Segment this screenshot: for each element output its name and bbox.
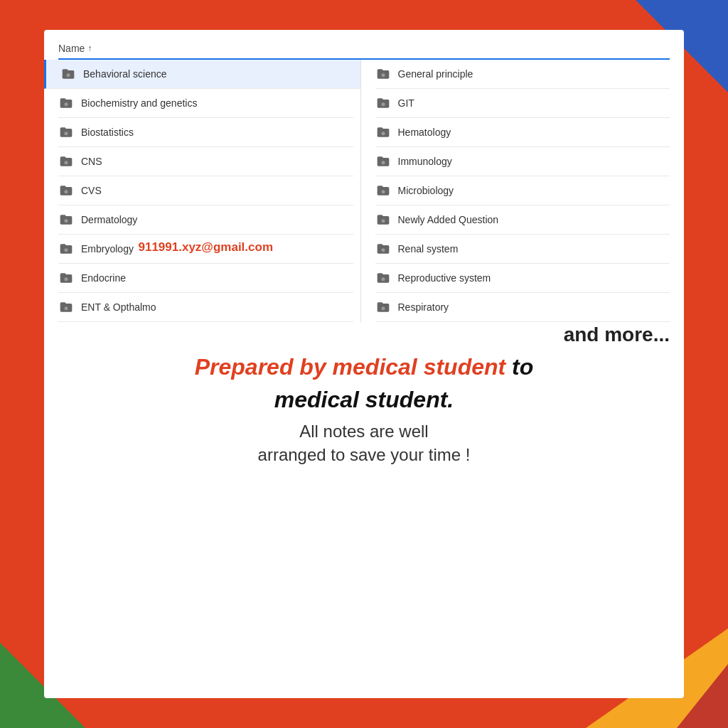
item-label: ENT & Opthalmo — [81, 301, 156, 313]
folder-icon — [58, 212, 74, 228]
list-item[interactable]: Newly Added Question — [375, 205, 670, 235]
item-label: CVS — [81, 185, 102, 196]
item-label: GIT — [398, 97, 414, 109]
folder-icon — [375, 95, 391, 111]
item-label: Behavioral science — [83, 68, 167, 80]
list-item[interactable]: General principle — [375, 60, 670, 89]
item-label: CNS — [81, 156, 102, 167]
list-item[interactable]: CNS — [58, 147, 353, 176]
list-item[interactable]: Endocrine — [58, 264, 353, 293]
email-label: 911991.xyz@gmail.com — [138, 240, 273, 255]
prepared-line: Prepared by medical student to — [65, 353, 663, 380]
bottom-text-area: Prepared by medical student to medical s… — [44, 346, 684, 481]
prepared-line2-text: medical student. — [274, 387, 454, 412]
item-label: Newly Added Question — [398, 214, 499, 225]
folder-icon — [375, 270, 391, 286]
list-item[interactable]: Biochemistry and genetics — [58, 89, 353, 118]
svg-point-9 — [381, 73, 385, 77]
folder-icon — [375, 299, 391, 315]
name-label: Name — [58, 43, 85, 54]
svg-point-8 — [65, 306, 68, 310]
table-header: Name ↑ — [58, 37, 670, 60]
folder-icon — [375, 66, 391, 82]
svg-point-13 — [381, 190, 385, 193]
and-more-text: and more... — [44, 323, 684, 346]
list-item[interactable]: Immunology — [375, 147, 670, 176]
item-label: Respiratory — [398, 301, 449, 313]
svg-point-0 — [67, 73, 70, 77]
list-item[interactable]: Dermatology — [58, 205, 353, 235]
list-item[interactable]: ENT & Opthalmo — [58, 293, 353, 322]
list-item[interactable]: Renal system — [375, 235, 670, 264]
folder-icon — [58, 154, 74, 169]
notes-line2-text: arranged to save your time ! — [258, 445, 471, 464]
folder-icon — [375, 183, 391, 198]
list-item[interactable]: GIT — [375, 89, 670, 118]
item-label: Biostatistics — [81, 127, 134, 138]
folder-icon — [375, 212, 391, 228]
left-column: Behavioral science Biochemistry and gene… — [58, 60, 361, 322]
sort-arrow-icon[interactable]: ↑ — [87, 43, 92, 53]
folder-icon — [60, 66, 76, 82]
svg-point-11 — [381, 132, 385, 135]
list-item[interactable]: Embryology 911991.xyz@gmail.com — [58, 235, 353, 264]
main-card: Name ↑ Behavioral science Biochemistry — [44, 30, 684, 698]
svg-point-16 — [381, 277, 385, 281]
list-columns: Behavioral science Biochemistry and gene… — [58, 60, 670, 322]
prepared-to-text: to — [512, 354, 533, 380]
prepared-line2: medical student. — [65, 386, 663, 413]
list-item[interactable]: Respiratory — [375, 293, 670, 322]
folder-icon — [58, 95, 74, 111]
svg-point-4 — [65, 190, 68, 193]
notes-line: All notes are well arranged to save your… — [65, 419, 663, 467]
list-item[interactable]: Biostatistics — [58, 118, 353, 147]
svg-point-5 — [65, 219, 68, 223]
svg-point-7 — [65, 277, 68, 281]
list-item[interactable]: Microbiology — [375, 176, 670, 205]
item-label: Reproductive system — [398, 272, 491, 284]
list-item[interactable]: Behavioral science — [44, 60, 360, 89]
item-label: Renal system — [398, 243, 459, 255]
svg-point-15 — [381, 248, 385, 252]
svg-point-12 — [381, 161, 385, 164]
table-area: Name ↑ Behavioral science Biochemistry — [44, 30, 684, 322]
column-header-name: Name ↑ — [58, 43, 92, 54]
folder-icon — [58, 241, 74, 257]
svg-point-1 — [65, 102, 68, 106]
right-column: General principle GIT Hematology — [361, 60, 670, 322]
folder-icon — [58, 299, 74, 315]
list-item[interactable]: Hematology — [375, 118, 670, 147]
list-item[interactable]: CVS — [58, 176, 353, 205]
folder-icon — [375, 241, 391, 257]
svg-point-6 — [65, 248, 68, 252]
svg-point-2 — [65, 132, 68, 135]
folder-icon — [375, 124, 391, 140]
item-label: Biochemistry and genetics — [81, 97, 197, 109]
prepared-orange-text: Prepared by medical student — [195, 354, 505, 380]
item-label: Hematology — [398, 127, 451, 138]
item-label: Microbiology — [398, 185, 454, 196]
svg-point-14 — [381, 219, 385, 223]
svg-point-17 — [381, 306, 385, 310]
list-item[interactable]: Reproductive system — [375, 264, 670, 293]
folder-icon — [58, 124, 74, 140]
folder-icon — [375, 154, 391, 169]
notes-line1-text: All notes are well — [299, 422, 428, 441]
item-label: Dermatology — [81, 214, 137, 225]
item-label: Embryology — [81, 243, 134, 255]
svg-point-3 — [65, 161, 68, 164]
svg-point-10 — [381, 102, 385, 106]
folder-icon — [58, 183, 74, 198]
item-label: Endocrine — [81, 272, 126, 284]
item-label: General principle — [398, 68, 473, 80]
folder-icon — [58, 270, 74, 286]
item-label: Immunology — [398, 156, 452, 167]
